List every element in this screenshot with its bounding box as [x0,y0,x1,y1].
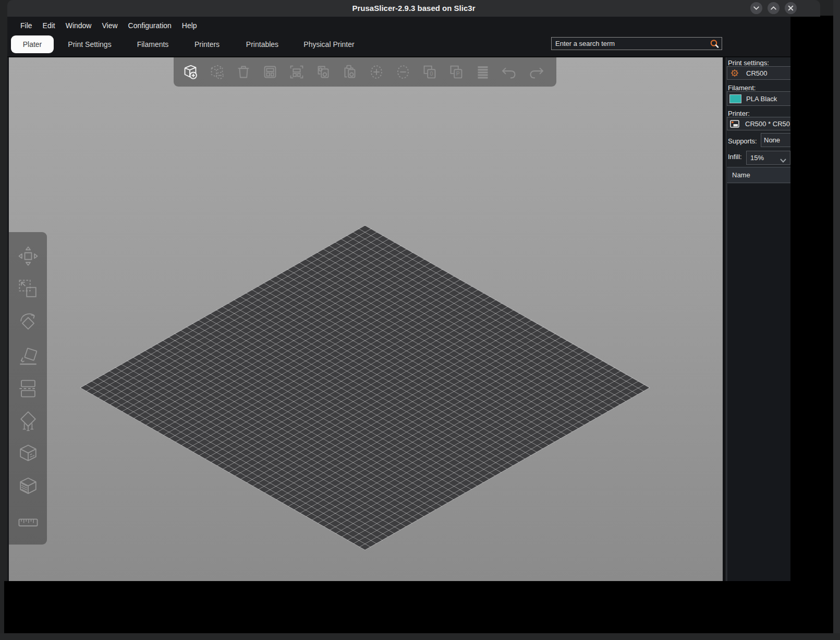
object-list[interactable] [727,184,790,581]
scale-icon[interactable] [16,276,41,301]
printer-combo[interactable]: CR500 * CR50 [727,117,790,130]
screen-cutout-right [790,16,833,633]
screen-cutout-bottom [4,581,833,633]
copy-icon[interactable] [313,62,333,82]
filament-value: PLA Black [746,95,777,103]
variable-layer-height-icon[interactable] [473,62,493,82]
printer-value: CR500 * CR50 [745,120,790,128]
arrange-icon[interactable] [260,62,280,82]
paste-icon[interactable] [340,62,360,82]
tab-physical-printer[interactable]: Physical Printer [303,34,354,54]
maximize-button[interactable] [768,2,780,14]
print-settings-value: CR500 [746,69,767,77]
svg-text:P: P [456,71,460,77]
name-column-label: Name [732,171,750,179]
sidebar: Print settings: CR500 Filament: PLA Blac [727,57,790,581]
add-model-icon[interactable] [180,62,200,82]
search-input[interactable] [552,40,709,47]
remove-instance-icon[interactable] [393,62,413,82]
infill-select[interactable]: 15% [746,151,790,165]
app-window: File Edit Window View Configuration Help… [7,17,790,581]
menu-edit[interactable]: Edit [38,17,60,34]
split-to-objects-icon[interactable]: 0 [420,62,440,82]
printer-label: Printer: [728,110,750,117]
close-icon [787,5,794,11]
supports-select[interactable]: None [761,133,790,147]
titlebar[interactable]: PrusaSlicer-2.9.3 based on Slic3r [7,0,820,17]
menu-window[interactable]: Window [60,17,97,34]
place-on-face-icon[interactable] [16,343,41,368]
search-box [551,37,722,50]
magnifier-icon[interactable] [709,39,720,49]
tab-plater[interactable]: Plater [11,35,54,53]
gear-icon [731,69,739,77]
tab-printables[interactable]: Printables [246,34,278,54]
menu-file[interactable]: File [15,17,38,34]
supports-label: Supports: [728,137,757,145]
desktop-edge-right [833,0,840,640]
redo-icon[interactable] [526,62,546,82]
mmu-painting-icon[interactable] [16,475,41,500]
move-icon[interactable] [16,244,41,269]
tab-printers[interactable]: Printers [194,34,220,54]
delete-all-icon[interactable] [234,62,253,82]
desktop: PrusaSlicer-2.9.3 based on Slic3r File E… [0,0,840,640]
menubar: File Edit Window View Configuration Help [15,17,202,34]
print-settings-combo[interactable]: CR500 [727,66,790,80]
menu-help[interactable]: Help [177,17,202,34]
header: File Edit Window View Configuration Help… [7,17,790,57]
tab-print-settings[interactable]: Print Settings [68,34,111,54]
object-list-header: Name [727,167,790,183]
delete-model-icon[interactable] [207,62,227,82]
printer-icon [730,120,739,128]
infill-value: 15% [750,154,764,162]
split-to-parts-icon[interactable]: P [446,62,466,82]
arrange-selection-icon[interactable] [287,62,307,82]
viewport-3d[interactable]: 0 P [9,57,723,581]
print-settings-label: Print settings: [728,59,769,67]
measure-icon[interactable] [16,509,41,534]
desktop-edge-bottom [0,633,840,640]
filament-combo[interactable]: PLA Black [727,91,790,106]
rotate-icon[interactable] [16,310,41,335]
paint-supports-icon[interactable] [16,409,41,434]
supports-value: None [764,136,780,144]
filament-color-swatch [729,94,741,103]
minimize-button[interactable] [750,2,762,14]
left-toolbar [9,232,47,545]
close-button[interactable] [785,2,797,14]
menu-view[interactable]: View [96,17,123,34]
window-title: PrusaSlicer-2.9.3 based on Slic3r [7,0,820,17]
seam-painting-icon[interactable] [16,442,41,467]
chevron-up-icon [770,5,777,11]
undo-icon[interactable] [500,62,519,82]
tab-filaments[interactable]: Filaments [137,34,169,54]
cut-icon[interactable] [16,376,41,401]
svg-text:0: 0 [430,71,433,77]
menu-configuration[interactable]: Configuration [123,17,177,34]
infill-label: Infill: [728,153,742,161]
filament-label: Filament: [728,84,756,92]
add-instance-icon[interactable] [367,62,386,82]
chevron-down-icon [780,156,786,164]
print-bed-grid [80,225,651,550]
top-toolbar: 0 P [174,57,556,87]
chevron-down-icon [753,5,760,11]
sidebar-divider[interactable] [723,57,726,581]
